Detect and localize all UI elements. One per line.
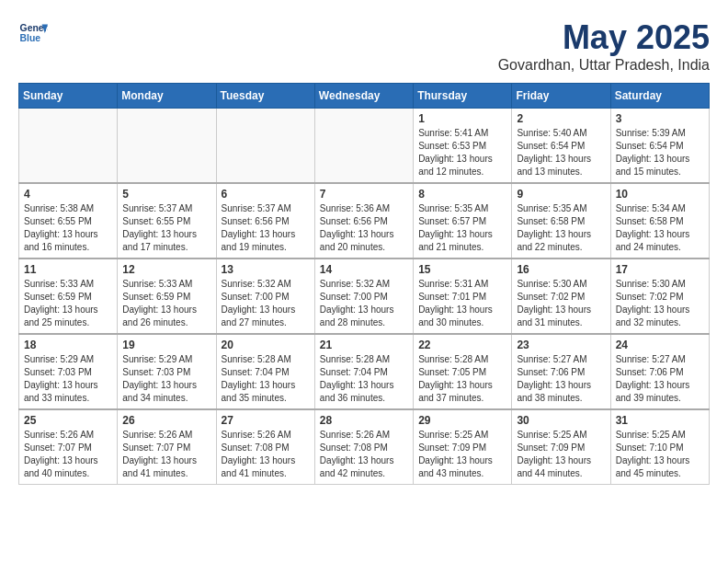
- day-number: 27: [222, 414, 310, 427]
- day-number: 20: [222, 339, 310, 351]
- calendar-cell: 24Sunrise: 5:27 AM Sunset: 7:06 PM Dayli…: [610, 334, 709, 409]
- calendar-cell: 9Sunrise: 5:35 AM Sunset: 6:58 PM Daylig…: [512, 183, 610, 259]
- calendar-cell: 11Sunrise: 5:33 AM Sunset: 6:59 PM Dayli…: [19, 259, 118, 334]
- day-number: 8: [418, 188, 506, 201]
- calendar-cell: 7Sunrise: 5:36 AM Sunset: 6:56 PM Daylig…: [314, 183, 413, 259]
- day-info: Sunrise: 5:26 AM Sunset: 7:07 PM Dayligh…: [122, 429, 210, 480]
- day-number: 12: [122, 263, 210, 276]
- day-info: Sunrise: 5:28 AM Sunset: 7:05 PM Dayligh…: [418, 353, 506, 405]
- day-number: 22: [418, 339, 506, 351]
- calendar-cell: 16Sunrise: 5:30 AM Sunset: 7:02 PM Dayli…: [512, 259, 610, 334]
- day-info: Sunrise: 5:29 AM Sunset: 7:03 PM Dayligh…: [122, 353, 210, 405]
- weekday-header: Monday: [118, 84, 216, 109]
- title-area: May 2025 Govardhan, Uttar Pradesh, India: [498, 18, 710, 74]
- day-info: Sunrise: 5:26 AM Sunset: 7:08 PM Dayligh…: [320, 429, 408, 480]
- day-info: Sunrise: 5:33 AM Sunset: 6:59 PM Dayligh…: [122, 278, 210, 329]
- calendar-cell: [314, 109, 413, 184]
- logo: General Blue: [18, 18, 48, 48]
- calendar-cell: 25Sunrise: 5:26 AM Sunset: 7:07 PM Dayli…: [19, 409, 118, 485]
- calendar: SundayMondayTuesdayWednesdayThursdayFrid…: [18, 83, 710, 485]
- day-number: 16: [517, 263, 605, 276]
- day-number: 9: [517, 188, 605, 201]
- calendar-cell: 17Sunrise: 5:30 AM Sunset: 7:02 PM Dayli…: [610, 259, 709, 334]
- calendar-cell: 2Sunrise: 5:40 AM Sunset: 6:54 PM Daylig…: [512, 109, 610, 184]
- day-info: Sunrise: 5:29 AM Sunset: 7:03 PM Dayligh…: [24, 353, 112, 405]
- day-number: 4: [24, 188, 112, 201]
- day-info: Sunrise: 5:31 AM Sunset: 7:01 PM Dayligh…: [418, 278, 506, 329]
- calendar-cell: 20Sunrise: 5:28 AM Sunset: 7:04 PM Dayli…: [216, 334, 314, 409]
- calendar-cell: 28Sunrise: 5:26 AM Sunset: 7:08 PM Dayli…: [314, 409, 413, 485]
- logo-icon: General Blue: [18, 18, 48, 48]
- day-info: Sunrise: 5:35 AM Sunset: 6:58 PM Dayligh…: [517, 202, 605, 254]
- svg-text:Blue: Blue: [20, 33, 41, 43]
- calendar-cell: 19Sunrise: 5:29 AM Sunset: 7:03 PM Dayli…: [118, 334, 216, 409]
- calendar-cell: 5Sunrise: 5:37 AM Sunset: 6:55 PM Daylig…: [118, 183, 216, 259]
- calendar-cell: 30Sunrise: 5:25 AM Sunset: 7:09 PM Dayli…: [512, 409, 610, 485]
- day-info: Sunrise: 5:41 AM Sunset: 6:53 PM Dayligh…: [418, 127, 506, 178]
- day-number: 21: [320, 339, 408, 351]
- calendar-cell: 4Sunrise: 5:38 AM Sunset: 6:55 PM Daylig…: [19, 183, 118, 259]
- day-number: 17: [616, 263, 704, 276]
- day-info: Sunrise: 5:30 AM Sunset: 7:02 PM Dayligh…: [517, 278, 605, 329]
- calendar-cell: 6Sunrise: 5:37 AM Sunset: 6:56 PM Daylig…: [216, 183, 314, 259]
- weekday-header: Sunday: [19, 84, 118, 109]
- weekday-header: Saturday: [610, 84, 709, 109]
- calendar-cell: 14Sunrise: 5:32 AM Sunset: 7:00 PM Dayli…: [314, 259, 413, 334]
- day-number: 24: [616, 339, 704, 351]
- calendar-cell: 23Sunrise: 5:27 AM Sunset: 7:06 PM Dayli…: [512, 334, 610, 409]
- day-info: Sunrise: 5:32 AM Sunset: 7:00 PM Dayligh…: [222, 278, 310, 329]
- day-number: 14: [320, 263, 408, 276]
- day-info: Sunrise: 5:27 AM Sunset: 7:06 PM Dayligh…: [517, 353, 605, 405]
- day-info: Sunrise: 5:33 AM Sunset: 6:59 PM Dayligh…: [24, 278, 112, 329]
- weekday-header: Thursday: [414, 84, 512, 109]
- calendar-cell: [19, 109, 118, 184]
- day-info: Sunrise: 5:26 AM Sunset: 7:07 PM Dayligh…: [24, 429, 112, 480]
- calendar-cell: 12Sunrise: 5:33 AM Sunset: 6:59 PM Dayli…: [118, 259, 216, 334]
- day-number: 11: [24, 263, 112, 276]
- weekday-header: Tuesday: [216, 84, 314, 109]
- day-number: 23: [517, 339, 605, 351]
- calendar-cell: 3Sunrise: 5:39 AM Sunset: 6:54 PM Daylig…: [610, 109, 709, 184]
- calendar-cell: 26Sunrise: 5:26 AM Sunset: 7:07 PM Dayli…: [118, 409, 216, 485]
- day-number: 29: [418, 414, 506, 427]
- calendar-cell: [216, 109, 314, 184]
- location-title: Govardhan, Uttar Pradesh, India: [498, 57, 710, 74]
- day-number: 5: [122, 188, 210, 201]
- calendar-cell: 10Sunrise: 5:34 AM Sunset: 6:58 PM Dayli…: [610, 183, 709, 259]
- weekday-header: Wednesday: [314, 84, 413, 109]
- day-info: Sunrise: 5:36 AM Sunset: 6:56 PM Dayligh…: [320, 202, 408, 254]
- day-info: Sunrise: 5:40 AM Sunset: 6:54 PM Dayligh…: [517, 127, 605, 178]
- calendar-cell: 27Sunrise: 5:26 AM Sunset: 7:08 PM Dayli…: [216, 409, 314, 485]
- day-number: 7: [320, 188, 408, 201]
- day-info: Sunrise: 5:37 AM Sunset: 6:56 PM Dayligh…: [222, 202, 310, 254]
- day-info: Sunrise: 5:30 AM Sunset: 7:02 PM Dayligh…: [616, 278, 704, 329]
- day-info: Sunrise: 5:28 AM Sunset: 7:04 PM Dayligh…: [222, 353, 310, 405]
- calendar-cell: 8Sunrise: 5:35 AM Sunset: 6:57 PM Daylig…: [414, 183, 512, 259]
- calendar-cell: 29Sunrise: 5:25 AM Sunset: 7:09 PM Dayli…: [414, 409, 512, 485]
- day-info: Sunrise: 5:27 AM Sunset: 7:06 PM Dayligh…: [616, 353, 704, 405]
- calendar-cell: 31Sunrise: 5:25 AM Sunset: 7:10 PM Dayli…: [610, 409, 709, 485]
- day-info: Sunrise: 5:25 AM Sunset: 7:10 PM Dayligh…: [616, 429, 704, 480]
- day-number: 19: [122, 339, 210, 351]
- calendar-cell: 1Sunrise: 5:41 AM Sunset: 6:53 PM Daylig…: [414, 109, 512, 184]
- day-number: 28: [320, 414, 408, 427]
- day-info: Sunrise: 5:26 AM Sunset: 7:08 PM Dayligh…: [222, 429, 310, 480]
- day-number: 18: [24, 339, 112, 351]
- day-info: Sunrise: 5:25 AM Sunset: 7:09 PM Dayligh…: [517, 429, 605, 480]
- calendar-cell: 22Sunrise: 5:28 AM Sunset: 7:05 PM Dayli…: [414, 334, 512, 409]
- day-info: Sunrise: 5:35 AM Sunset: 6:57 PM Dayligh…: [418, 202, 506, 254]
- day-number: 25: [24, 414, 112, 427]
- day-number: 10: [616, 188, 704, 201]
- day-number: 15: [418, 263, 506, 276]
- calendar-cell: [118, 109, 216, 184]
- day-number: 31: [616, 414, 704, 427]
- weekday-header: Friday: [512, 84, 610, 109]
- day-info: Sunrise: 5:37 AM Sunset: 6:55 PM Dayligh…: [122, 202, 210, 254]
- day-number: 6: [222, 188, 310, 201]
- day-info: Sunrise: 5:28 AM Sunset: 7:04 PM Dayligh…: [320, 353, 408, 405]
- day-info: Sunrise: 5:25 AM Sunset: 7:09 PM Dayligh…: [418, 429, 506, 480]
- day-number: 13: [222, 263, 310, 276]
- calendar-cell: 13Sunrise: 5:32 AM Sunset: 7:00 PM Dayli…: [216, 259, 314, 334]
- calendar-cell: 21Sunrise: 5:28 AM Sunset: 7:04 PM Dayli…: [314, 334, 413, 409]
- day-number: 26: [122, 414, 210, 427]
